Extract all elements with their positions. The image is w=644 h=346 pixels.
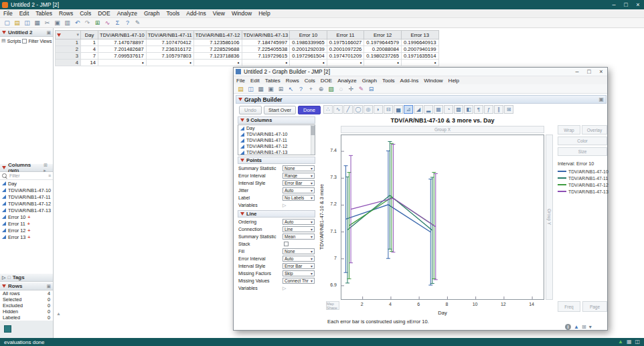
column-header-error-13[interactable]: Error 13 bbox=[401, 31, 438, 39]
open-icon[interactable]: ▤ bbox=[13, 19, 21, 27]
run-indicator-icon[interactable]: ▲ bbox=[618, 338, 623, 346]
freq-drop-zone[interactable]: Freq bbox=[558, 301, 580, 312]
menu-graph[interactable]: Graph bbox=[359, 78, 380, 84]
redo-icon[interactable]: ↷ bbox=[83, 19, 92, 27]
graph-type-treemap-icon[interactable]: ◧ bbox=[464, 105, 473, 114]
data-cell[interactable]: 7.236316172 bbox=[146, 46, 193, 53]
table-icon[interactable]: ⊞ bbox=[93, 19, 102, 27]
start-over-button[interactable]: Start Over bbox=[264, 106, 296, 114]
column-list-item-tdv-ar-nb1-47-12[interactable]: TDV/AR/NB1-47-12 bbox=[0, 200, 53, 207]
interval-style-select[interactable]: Error Bar▾ bbox=[283, 263, 315, 269]
grid-corner-cell[interactable]: ▾ bbox=[56, 31, 81, 39]
graph-type-mosaic-icon[interactable]: ▩ bbox=[454, 105, 463, 114]
graph-type-contour-icon[interactable]: ◎ bbox=[364, 105, 373, 114]
filter-options-icon[interactable]: ≡ bbox=[48, 173, 51, 178]
menu-cols[interactable]: Cols bbox=[302, 78, 318, 84]
grabber-icon[interactable]: + bbox=[307, 85, 315, 93]
undo-button[interactable]: Undo bbox=[239, 106, 262, 114]
columns-filter[interactable]: Filter ≡ bbox=[0, 172, 53, 180]
data-cell[interactable]: 7 bbox=[81, 53, 98, 60]
info-icon[interactable]: i bbox=[565, 324, 571, 330]
crosshair-icon[interactable]: ✛ bbox=[347, 85, 355, 93]
variables-disclosure[interactable]: ▷ bbox=[283, 286, 315, 291]
menu-graph[interactable]: Graph bbox=[141, 10, 163, 17]
data-cell[interactable]: 0.20088084 bbox=[364, 46, 402, 53]
data-cell[interactable]: • bbox=[146, 60, 193, 66]
select-arrow-icon[interactable]: ↖ bbox=[287, 85, 295, 93]
group-x-drop-zone[interactable]: Group X bbox=[341, 126, 544, 133]
help-icon[interactable]: ? bbox=[123, 19, 132, 27]
tags-panel-header[interactable]: ▷ □ Tags bbox=[0, 273, 53, 282]
line-section-header[interactable]: Line bbox=[238, 210, 315, 218]
column-list-item-tdv-ar-nb1-47-13[interactable]: TDV/AR/NB1-47-13 bbox=[0, 207, 53, 213]
print-icon[interactable]: ▦ bbox=[256, 85, 265, 93]
data-cell[interactable]: 7.123718836 bbox=[193, 53, 242, 60]
gb-column-item-day[interactable]: Day bbox=[238, 125, 315, 131]
gb-columns-header[interactable]: 9 Columns bbox=[238, 116, 315, 124]
copy-icon[interactable]: ▣ bbox=[53, 19, 62, 27]
graph-type-caption-box-icon[interactable]: ¶ bbox=[474, 105, 483, 114]
graph-type-pie-icon[interactable]: ◔ bbox=[444, 105, 453, 114]
legend-entry-tdv-ar-nb1-47-13[interactable]: TDV/AR/NB1-47-13 bbox=[558, 188, 609, 195]
menu-file[interactable]: File bbox=[0, 10, 16, 17]
menu-edit[interactable]: Edit bbox=[16, 10, 33, 17]
data-cell[interactable]: 7.099537617 bbox=[98, 53, 147, 60]
menu-help[interactable]: Help bbox=[255, 10, 273, 17]
graph-type-line-icon[interactable]: ⊿ bbox=[404, 105, 413, 114]
gb-column-item-tdv-ar-nb1-47-13[interactable]: TDV/AR/NB1-47-13 bbox=[238, 149, 315, 155]
menu-edit[interactable]: Edit bbox=[248, 78, 262, 84]
menu-rows[interactable]: Rows bbox=[283, 78, 302, 84]
data-cell[interactable]: 1 bbox=[81, 39, 98, 46]
grid-icon[interactable]: ▦ bbox=[627, 338, 632, 346]
data-cell[interactable]: 7.201482687 bbox=[98, 46, 147, 53]
outline-pin-icon[interactable]: ▣ bbox=[598, 96, 604, 102]
error-interval-select[interactable]: Auto▾ bbox=[283, 256, 315, 262]
data-cell[interactable]: • bbox=[364, 60, 402, 66]
save-icon[interactable]: ◫ bbox=[246, 85, 255, 93]
menu-analyze[interactable]: Analyze bbox=[335, 78, 359, 84]
x-axis-ticks[interactable]: 2468101214 bbox=[341, 302, 544, 308]
graph-type-box-plot-icon[interactable]: ⊟ bbox=[384, 105, 393, 114]
row-number-cell[interactable]: 2 bbox=[56, 46, 81, 53]
connection-select[interactable]: Line▾ bbox=[283, 226, 315, 232]
column-list-item-error-10[interactable]: Error 10+ bbox=[0, 213, 53, 220]
menu-window[interactable]: Window bbox=[228, 10, 255, 17]
data-cell[interactable]: 0.1971635514 bbox=[401, 53, 438, 60]
menu-rows[interactable]: Rows bbox=[56, 10, 76, 17]
report-grid-icon[interactable]: ⊞ bbox=[582, 324, 586, 330]
graph-type-line-of-fit-icon[interactable]: ╱ bbox=[343, 105, 353, 114]
column-list-item-day[interactable]: Day bbox=[0, 180, 53, 187]
row-number-cell[interactable]: 1 bbox=[56, 39, 81, 46]
data-cell[interactable]: 0.1972961504 bbox=[290, 53, 327, 60]
menu-view[interactable]: View bbox=[210, 10, 228, 17]
row-number-cell[interactable]: 4 bbox=[56, 60, 81, 66]
ordering-select[interactable]: Auto▾ bbox=[283, 219, 315, 225]
data-cell[interactable]: 7.228529688 bbox=[193, 46, 242, 53]
y-axis-label[interactable]: TDV/AR/NB1-47-10 & 3 more bbox=[319, 184, 325, 250]
graph-builder-outline-header[interactable]: Graph Builder ▣ bbox=[236, 95, 607, 104]
group-y-drop-zone[interactable]: Group Y bbox=[546, 135, 553, 300]
red-triangle-icon[interactable] bbox=[240, 118, 244, 122]
plot-area[interactable] bbox=[341, 135, 544, 300]
graph-type-formula-icon[interactable]: ƒ bbox=[484, 105, 493, 114]
data-cell[interactable]: 7.107470412 bbox=[146, 39, 193, 46]
magnifier-icon[interactable]: ⊕ bbox=[317, 85, 325, 93]
column-header-tdv-ar-nb1-47-11[interactable]: TDV/AR/NB1-47-11 bbox=[146, 31, 193, 39]
menu-add-ins[interactable]: Add-Ins bbox=[398, 78, 422, 84]
label-select[interactable]: No Labels▾ bbox=[283, 195, 315, 201]
data-cell[interactable]: 0.1979644579 bbox=[364, 39, 402, 46]
graph-type-ellipse-icon[interactable]: ◯ bbox=[353, 105, 363, 114]
data-cell[interactable]: • bbox=[327, 60, 364, 66]
missing-factors-select[interactable]: Skip▾ bbox=[283, 270, 315, 276]
menu-doe[interactable]: DOE bbox=[318, 78, 335, 84]
disclosure-icon[interactable]: ▷ bbox=[2, 275, 5, 280]
red-triangle-icon[interactable] bbox=[2, 284, 6, 288]
scrollbar-thumb[interactable] bbox=[311, 126, 315, 135]
print-icon[interactable]: ▦ bbox=[33, 19, 42, 27]
minimize-button[interactable]: – bbox=[608, 0, 620, 9]
data-cell[interactable]: 7.123586106 bbox=[193, 39, 242, 46]
variables-disclosure[interactable]: ▷ bbox=[283, 203, 315, 208]
column-header-tdv-ar-nb1-47-10[interactable]: TDV/AR/NB1-47-10 bbox=[98, 31, 147, 39]
gb-maximize-button[interactable]: □ bbox=[583, 68, 595, 76]
graph-type-parallel-icon[interactable]: ∥ bbox=[494, 105, 503, 114]
